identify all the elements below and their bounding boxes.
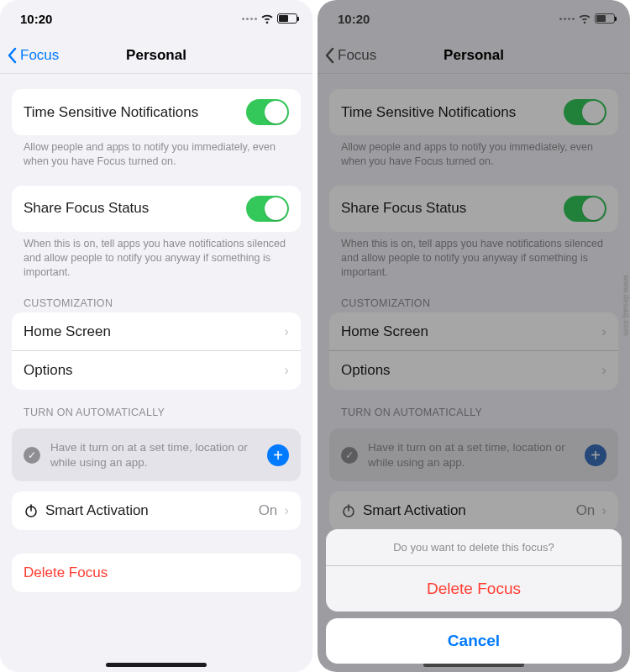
automation-header: TURN ON AUTOMATICALLY [329,390,618,422]
page-title: Personal [444,47,504,64]
time-sensitive-toggle [564,99,606,125]
delete-focus-button[interactable]: Delete Focus [12,554,301,592]
home-screen-label: Home Screen [24,323,111,340]
delete-focus-label: Delete Focus [24,564,108,581]
back-label: Focus [20,47,59,64]
check-circle-icon [341,447,358,464]
power-icon [24,503,39,518]
smart-activation-card: Smart Activation On › [12,491,301,530]
status-right [559,13,615,24]
share-status-row: Share Focus Status [329,186,618,232]
chevron-right-icon: › [284,502,289,519]
status-time: 10:20 [20,12,52,26]
delete-focus-card: Delete Focus [12,554,301,592]
phone-right: 10:20 Focus Personal Time Sensitive Noti… [318,0,630,672]
nav-bar: Focus Personal [318,37,630,74]
options-label: Options [24,362,73,379]
home-screen-label: Home Screen [341,323,428,340]
action-sheet-cancel-button[interactable]: Cancel [326,618,622,664]
back-label: Focus [338,47,376,64]
share-status-card: Share Focus Status [329,186,618,232]
automation-hint-text: Have it turn on at a set time, location … [368,440,575,470]
smart-activation-row[interactable]: Smart Activation On › [12,491,301,530]
chevron-left-icon [7,47,17,64]
automation-hint-row[interactable]: Have it turn on at a set time, location … [12,428,301,481]
automation-header: TURN ON AUTOMATICALLY [12,390,301,422]
customization-header: CUSTOMIZATION [12,281,301,312]
action-sheet-delete-button[interactable]: Delete Focus [326,566,622,612]
time-sensitive-row: Time Sensitive Notifications [329,89,618,135]
time-sensitive-footer: Allow people and apps to notify you imme… [329,135,618,171]
settings-scroll[interactable]: Time Sensitive Notifications Allow peopl… [0,89,312,592]
status-bar: 10:20 [318,0,630,37]
smart-activation-label: Smart Activation [45,502,149,519]
watermark: www.deuaq.com [622,275,630,336]
settings-scroll: Time Sensitive Notifications Allow peopl… [318,89,630,592]
smart-activation-row: Smart Activation On › [329,491,618,530]
share-status-label: Share Focus Status [24,200,149,217]
back-button[interactable]: Focus [7,37,59,73]
options-label: Options [341,362,391,379]
battery-icon [595,13,615,24]
time-sensitive-card: Time Sensitive Notifications [12,89,301,135]
share-status-toggle[interactable] [246,196,289,222]
status-time: 10:20 [338,12,370,26]
chevron-right-icon: › [284,323,289,340]
home-screen-row[interactable]: Home Screen › [12,312,301,351]
time-sensitive-label: Time Sensitive Notifications [24,104,198,121]
chevron-right-icon: › [601,323,606,340]
smart-activation-card: Smart Activation On › [329,491,618,530]
share-status-footer: When this is on, tell apps you have noti… [329,232,618,281]
share-status-card: Share Focus Status [12,186,301,232]
power-icon [341,503,356,518]
add-automation-button[interactable]: + [267,444,289,466]
automation-hint-row: Have it turn on at a set time, location … [329,428,618,481]
time-sensitive-toggle[interactable] [246,99,289,125]
status-right [242,13,297,24]
page-title: Personal [126,47,186,64]
chevron-left-icon [324,47,334,64]
back-button: Focus [324,37,376,73]
status-bar: 10:20 [0,0,312,37]
smart-activation-value: On [259,502,278,519]
battery-icon [277,13,297,24]
options-row[interactable]: Options › [12,351,301,390]
action-sheet-message: Do you want to delete this focus? [326,529,622,566]
wifi-icon [260,13,274,24]
share-status-row[interactable]: Share Focus Status [12,186,301,232]
action-sheet: Do you want to delete this focus? Delete… [326,529,622,664]
options-row: Options › [329,351,618,390]
chevron-right-icon: › [601,362,606,379]
time-sensitive-row[interactable]: Time Sensitive Notifications [12,89,301,135]
customization-card: Home Screen › Options › [329,312,618,390]
time-sensitive-footer: Allow people and apps to notify you imme… [12,135,301,171]
action-sheet-group: Do you want to delete this focus? Delete… [326,529,622,612]
check-circle-icon [24,447,40,464]
smart-activation-value: On [576,502,596,519]
share-status-toggle [564,196,606,222]
chevron-right-icon: › [284,362,289,379]
home-screen-row: Home Screen › [329,312,618,351]
wifi-icon [578,13,591,24]
share-status-footer: When this is on, tell apps you have noti… [12,232,301,281]
smart-activation-label: Smart Activation [363,502,466,519]
time-sensitive-label: Time Sensitive Notifications [341,104,516,121]
cellular-dots-icon [559,18,575,20]
share-status-label: Share Focus Status [341,200,466,217]
time-sensitive-card: Time Sensitive Notifications [329,89,618,135]
chevron-right-icon: › [601,502,606,519]
customization-header: CUSTOMIZATION [329,281,618,312]
add-automation-button: + [585,444,606,466]
customization-card: Home Screen › Options › [12,312,301,390]
nav-bar: Focus Personal [0,37,312,74]
automation-hint-text: Have it turn on at a set time, location … [50,440,257,470]
cellular-dots-icon [242,18,257,20]
home-indicator[interactable] [106,663,207,667]
phone-left: 10:20 Focus Personal Time Sensitive Noti… [0,0,312,672]
